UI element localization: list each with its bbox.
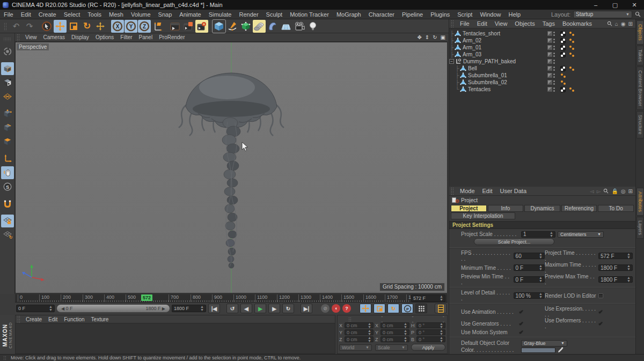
workplane-button[interactable]: ↻: [1, 229, 14, 241]
project-scale-unit-dropdown[interactable]: Centimeters▼: [558, 231, 604, 238]
menu-simulate[interactable]: Simulate: [205, 10, 236, 19]
tab-key-interpolation[interactable]: Key Interpolation: [451, 212, 515, 219]
subdivision-surface-button[interactable]: [239, 20, 252, 33]
project-time-field[interactable]: 572 F▲▼: [598, 253, 633, 259]
use-expression-checkbox[interactable]: ✔: [598, 309, 603, 315]
edges-mode-button[interactable]: [1, 121, 14, 134]
material-list-empty[interactable]: [16, 323, 335, 353]
spline-pen-button[interactable]: [226, 20, 239, 33]
menu-mograph[interactable]: MoGraph: [333, 10, 365, 19]
move-tool[interactable]: [54, 20, 67, 33]
om-menu-view[interactable]: View: [491, 20, 511, 27]
layout-dropdown[interactable]: Startup▼: [573, 11, 632, 18]
texture-tag-icon[interactable]: [560, 87, 566, 92]
menu-snap[interactable]: Snap: [155, 10, 176, 19]
rot-p-field[interactable]: 0 °▲▼: [416, 329, 445, 335]
layer-swatch[interactable]: [547, 52, 552, 57]
object-name[interactable]: Arm_02: [463, 38, 481, 43]
lock-z-axis-button[interactable]: Z: [138, 20, 151, 33]
visibility-dots[interactable]: [553, 60, 555, 64]
am-settings-icon[interactable]: ◎: [621, 188, 626, 194]
render-view-button[interactable]: [169, 20, 181, 33]
model-mode-button[interactable]: [1, 62, 14, 75]
texture-mode-button[interactable]: [1, 76, 14, 89]
tab-dynamics[interactable]: Dynamics: [524, 205, 560, 212]
menu-volume[interactable]: Volume: [127, 10, 155, 19]
snap-settings-button[interactable]: S: [1, 180, 14, 193]
menu-select[interactable]: Select: [60, 10, 84, 19]
project-scale-field[interactable]: 1▲▼: [521, 231, 555, 238]
menu-mesh[interactable]: Mesh: [105, 10, 127, 19]
menu-help[interactable]: Help: [505, 10, 525, 19]
menu-create[interactable]: Create: [35, 10, 60, 19]
menu-tools[interactable]: Tools: [84, 10, 105, 19]
viewport-menu-display[interactable]: Display: [68, 34, 92, 40]
viewport-menu-options[interactable]: Options: [92, 34, 117, 40]
edit-render-settings-button[interactable]: [195, 20, 208, 33]
material-grip[interactable]: [17, 315, 21, 323]
keyframe-scale-toggle[interactable]: [374, 304, 385, 313]
scale-y-field[interactable]: 0 cm▲▼: [380, 329, 409, 335]
am-lock-icon[interactable]: 🔒: [611, 188, 618, 194]
tab-referencing[interactable]: Referencing: [561, 205, 597, 212]
phong-tag-icon[interactable]: [569, 52, 575, 57]
pos-y-field[interactable]: 0 cm▲▼: [345, 329, 374, 335]
live-selection-tool[interactable]: [40, 20, 53, 33]
color-swatch[interactable]: [521, 348, 555, 353]
object-name[interactable]: Tentacles: [468, 86, 491, 92]
scale-project-button[interactable]: Scale Project...: [474, 238, 554, 245]
use-generators-checkbox[interactable]: ✔: [519, 321, 523, 327]
scale-z-field[interactable]: 0 cm▲▼: [380, 336, 409, 342]
tab-takes[interactable]: Takes: [636, 46, 644, 66]
material-menu-edit[interactable]: Edit: [45, 316, 61, 322]
timeline-filmstrip-button[interactable]: [435, 304, 447, 313]
add-cube-button[interactable]: [213, 20, 225, 33]
object-row[interactable]: ├ Subumbrella_02: [449, 79, 635, 86]
object-name[interactable]: Dummy_PATH_baked: [463, 58, 516, 64]
viewport-menu-prorender[interactable]: ProRender: [156, 34, 188, 40]
material-menu-texture[interactable]: Texture: [88, 316, 112, 322]
material-menu-function[interactable]: Function: [61, 316, 87, 322]
scale-x-field[interactable]: 0 cm▲▼: [380, 322, 409, 328]
menu-window[interactable]: Window: [476, 10, 504, 19]
layer-swatch[interactable]: [547, 87, 552, 92]
current-frame-marker[interactable]: 572: [141, 294, 152, 301]
axis-mode-button[interactable]: [1, 152, 14, 165]
maximize-button[interactable]: ▢: [605, 0, 625, 10]
redo-button[interactable]: ↷: [23, 20, 36, 33]
camera-pan-icon[interactable]: ✥: [417, 34, 421, 40]
search-icon[interactable]: [635, 11, 641, 17]
fps-field[interactable]: 60▲▼: [514, 253, 545, 259]
object-name[interactable]: Bell: [468, 65, 477, 71]
menu-animate[interactable]: Animate: [175, 10, 204, 19]
tab-objects[interactable]: Objects: [636, 20, 644, 45]
viewport-menu-view[interactable]: View: [22, 34, 40, 40]
camera-button[interactable]: [293, 20, 306, 33]
om-home-icon[interactable]: ⌂: [615, 21, 618, 27]
phong-tag-icon[interactable]: [569, 31, 575, 36]
object-name[interactable]: Arm_03: [463, 51, 481, 57]
next-frame-button[interactable]: ▶: [268, 304, 280, 313]
record-active-objects-button[interactable]: ◖: [332, 304, 340, 313]
object-row[interactable]: ├ Arm_01: [449, 44, 635, 51]
am-search-icon[interactable]: [603, 188, 609, 194]
texture-tag-icon[interactable]: [560, 52, 566, 57]
menu-script[interactable]: Script: [453, 10, 476, 19]
tab-attributes[interactable]: Attributes: [636, 188, 644, 216]
close-button[interactable]: ✕: [625, 0, 644, 10]
object-name[interactable]: Arm_01: [463, 45, 481, 50]
use-animation-checkbox[interactable]: ✔: [519, 309, 523, 315]
magnet-snap-button[interactable]: [1, 197, 14, 210]
object-row[interactable]: └ Tentacles: [449, 86, 635, 93]
level-of-detail-field[interactable]: 100 %▲▼: [514, 292, 545, 299]
coordinate-system-dropdown[interactable]: World▼: [339, 344, 372, 351]
phong-tag-icon[interactable]: [560, 80, 567, 85]
section-project-settings[interactable]: Project Settings: [449, 221, 635, 229]
eyedropper-icon[interactable]: [558, 347, 564, 353]
viewport-canvas[interactable]: Perspective Grid Spacing : 10000 cm: [15, 42, 448, 293]
timeline-ruler[interactable]: 0 100 200 300 400 500 700 800 900 1000 1…: [15, 294, 448, 303]
current-frame-field[interactable]: 572 F▲▼: [411, 294, 445, 302]
deformer-button[interactable]: [266, 20, 279, 33]
render-lod-checkbox[interactable]: [598, 293, 603, 298]
preview-max-field[interactable]: 1800 F▲▼: [598, 276, 633, 283]
